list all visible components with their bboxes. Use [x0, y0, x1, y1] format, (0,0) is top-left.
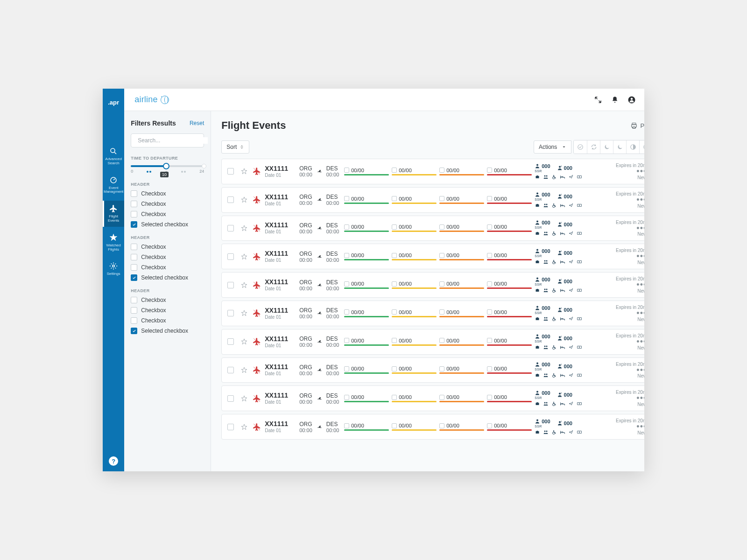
more-icon[interactable]: •••	[636, 197, 644, 203]
filter-checkbox-row[interactable]: Checkbox	[131, 297, 204, 303]
stat-checkbox[interactable]	[392, 168, 397, 173]
stat-checkbox[interactable]	[344, 196, 349, 201]
star-icon[interactable]	[240, 338, 248, 345]
action-contrast-icon[interactable]	[626, 140, 639, 154]
stat-checkbox[interactable]	[392, 253, 397, 258]
row-checkbox[interactable]	[227, 225, 234, 231]
stat-checkbox[interactable]	[344, 423, 349, 428]
more-icon[interactable]: •••	[636, 254, 644, 259]
nav-item-flight-events[interactable]: Flight Events	[103, 201, 124, 227]
more-icon[interactable]: •••	[636, 339, 644, 344]
stat-checkbox[interactable]	[439, 366, 444, 371]
action-check-icon[interactable]	[574, 140, 587, 154]
stat-checkbox[interactable]	[487, 395, 492, 400]
stat-checkbox[interactable]	[439, 423, 444, 428]
checkbox[interactable]	[131, 328, 137, 334]
stat-checkbox[interactable]	[487, 309, 492, 315]
stat-checkbox[interactable]	[439, 224, 444, 230]
filter-checkbox-row[interactable]: Checkbox	[131, 264, 204, 271]
checkbox[interactable]	[131, 307, 137, 314]
checkbox[interactable]	[131, 190, 137, 197]
stat-checkbox[interactable]	[439, 395, 444, 400]
user-icon[interactable]	[627, 96, 636, 104]
star-icon[interactable]	[240, 224, 248, 232]
row-checkbox[interactable]	[227, 367, 234, 373]
stat-checkbox[interactable]	[344, 281, 349, 287]
stat-checkbox[interactable]	[439, 253, 444, 258]
nav-item-advanced-search[interactable]: Advanced Search	[103, 143, 124, 169]
flight-card[interactable]: XX1111Date 01 ORG00:00 DES00:00 00/0000/…	[221, 216, 644, 241]
stat-checkbox[interactable]	[487, 253, 492, 258]
nav-item-settings[interactable]: Settings	[103, 258, 124, 280]
filter-checkbox-row[interactable]: Checkbox	[131, 211, 204, 217]
filter-search-box[interactable]	[131, 133, 204, 147]
stat-checkbox[interactable]	[392, 309, 397, 315]
filter-checkbox-row[interactable]: Checkbox	[131, 190, 204, 197]
checkbox[interactable]	[131, 221, 137, 228]
stat-checkbox[interactable]	[344, 224, 349, 230]
stat-checkbox[interactable]	[392, 423, 397, 428]
checkbox[interactable]	[131, 211, 137, 217]
action-refresh-icon[interactable]	[587, 140, 600, 154]
filter-checkbox-row[interactable]: Selected checkbox	[131, 274, 204, 281]
checkbox[interactable]	[131, 244, 137, 250]
row-checkbox[interactable]	[227, 395, 234, 402]
filter-checkbox-row[interactable]: Checkbox	[131, 201, 204, 207]
print-button[interactable]: Print	[630, 122, 644, 129]
flight-card[interactable]: XX1111Date 01 ORG00:00 DES00:00 00/0000/…	[221, 159, 644, 184]
action-moon-icon[interactable]	[600, 140, 613, 154]
stat-checkbox[interactable]	[487, 338, 492, 343]
stat-checkbox[interactable]	[344, 168, 349, 173]
stat-checkbox[interactable]	[487, 224, 492, 230]
reset-link[interactable]: Reset	[190, 120, 204, 126]
flight-card[interactable]: XX1111Date 01 ORG00:00 DES00:00 00/0000/…	[221, 385, 644, 411]
row-checkbox[interactable]	[227, 424, 234, 430]
slider-handle[interactable]	[163, 163, 169, 169]
actions-dropdown[interactable]: Actions	[534, 140, 571, 154]
row-checkbox[interactable]	[227, 196, 234, 203]
nav-item-event-management[interactable]: Event Managment	[103, 172, 124, 198]
flight-card[interactable]: XX1111Date 01 ORG00:00 DES00:00 00/0000/…	[221, 301, 644, 326]
checkbox[interactable]	[131, 317, 137, 324]
action-clock-icon[interactable]	[639, 140, 644, 154]
stat-checkbox[interactable]	[344, 366, 349, 371]
flight-card[interactable]: XX1111Date 01 ORG00:00 DES00:00 00/0000/…	[221, 357, 644, 383]
stat-checkbox[interactable]	[344, 338, 349, 343]
more-icon[interactable]: •••	[636, 169, 644, 174]
stat-checkbox[interactable]	[487, 366, 492, 371]
nav-item-watched-flights[interactable]: Watched Flights	[103, 230, 124, 256]
stat-checkbox[interactable]	[344, 253, 349, 258]
stat-checkbox[interactable]	[487, 423, 492, 428]
bell-icon[interactable]	[611, 96, 619, 104]
stat-checkbox[interactable]	[487, 196, 492, 201]
stat-checkbox[interactable]	[392, 196, 397, 201]
star-icon[interactable]	[240, 395, 248, 402]
flight-card[interactable]: XX1111Date 01 ORG00:00 DES00:00 00/0000/…	[221, 244, 644, 269]
checkbox[interactable]	[131, 201, 137, 207]
filter-checkbox-row[interactable]: Selected checkbox	[131, 221, 204, 228]
action-moon2-icon[interactable]	[613, 140, 626, 154]
star-icon[interactable]	[240, 196, 248, 203]
stat-checkbox[interactable]	[487, 168, 492, 173]
stat-checkbox[interactable]	[487, 281, 492, 287]
more-icon[interactable]: •••	[636, 311, 644, 316]
stat-checkbox[interactable]	[392, 366, 397, 371]
filter-search-input[interactable]	[138, 137, 208, 144]
time-slider[interactable]: 10 0 24	[131, 165, 204, 174]
stat-checkbox[interactable]	[344, 309, 349, 315]
stat-checkbox[interactable]	[344, 395, 349, 400]
expand-icon[interactable]	[594, 96, 602, 104]
filter-checkbox-row[interactable]: Checkbox	[131, 307, 204, 314]
more-icon[interactable]: •••	[636, 226, 644, 231]
checkbox[interactable]	[131, 297, 137, 303]
star-icon[interactable]	[240, 253, 248, 260]
slider-handle-end[interactable]	[202, 164, 206, 168]
star-icon[interactable]	[240, 366, 248, 374]
stat-checkbox[interactable]	[439, 309, 444, 315]
help-button[interactable]: ?	[109, 456, 118, 466]
row-checkbox[interactable]	[227, 338, 234, 345]
filter-checkbox-row[interactable]: Checkbox	[131, 317, 204, 324]
more-icon[interactable]: •••	[636, 424, 644, 429]
stat-checkbox[interactable]	[439, 338, 444, 343]
checkbox[interactable]	[131, 274, 137, 281]
